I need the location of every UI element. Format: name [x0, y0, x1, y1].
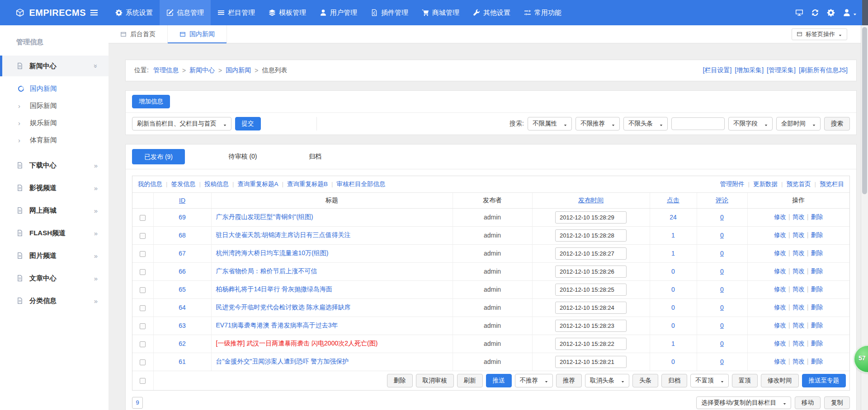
publish-time-input[interactable] — [555, 229, 627, 242]
info-title-link[interactable]: 广东丹霞山发现巨型"青铜剑"(组图) — [216, 213, 313, 220]
info-title-link[interactable]: 民进党今开临时党代会检讨败选 陈水扁选择缺席 — [216, 303, 351, 311]
navbar-item[interactable]: 常用功能 — [517, 0, 568, 25]
info-title-link[interactable]: 杭州湾跨海大桥日均车流量逾10万(组图) — [216, 249, 329, 256]
clicks-link[interactable]: 0 — [671, 286, 675, 293]
row-action-删除[interactable]: 删除 — [811, 232, 823, 238]
sidebar-item-国内新闻[interactable]: 国内新闻 — [0, 80, 108, 97]
publish-time-input[interactable] — [555, 302, 627, 314]
batch-button-修改时间[interactable]: 修改时间 — [761, 374, 799, 387]
batch-button-推荐[interactable]: 推荐 — [556, 374, 582, 387]
row-action-简改[interactable]: 简改 — [793, 322, 805, 329]
row-action-简改[interactable]: 简改 — [793, 340, 805, 347]
row-checkbox[interactable] — [140, 341, 146, 347]
clicks-link[interactable]: 24 — [670, 214, 677, 221]
info-id-link[interactable]: 62 — [179, 340, 186, 347]
tab-国内新闻[interactable]: 国内新闻 — [168, 25, 227, 43]
sidebar-toggle-button[interactable] — [86, 0, 102, 25]
filter-select-不限属性[interactable]: 不限属性 — [528, 117, 572, 130]
user-tool-button[interactable] — [843, 9, 857, 17]
info-id-link[interactable]: 61 — [179, 358, 186, 365]
comments-link[interactable]: 0 — [720, 250, 724, 257]
comments-link[interactable]: 0 — [720, 232, 724, 239]
navbar-item[interactable]: 信息管理 — [160, 0, 211, 25]
breadcrumb-国内新闻[interactable]: 国内新闻 — [226, 66, 251, 75]
breadcrumb-管理信息[interactable]: 管理信息 — [153, 66, 179, 75]
status-tab-归档[interactable]: 归档 — [279, 153, 351, 161]
batch-button-推送至专题[interactable]: 推送至专题 — [802, 374, 846, 387]
navbar-item[interactable]: 模板管理 — [262, 0, 313, 25]
status-tab-待审核 (0)[interactable]: 待审核 (0) — [207, 153, 279, 161]
info-title-link[interactable]: EV71病毒袭粤港澳 香港发病率高于过去3年 — [216, 321, 338, 329]
sidebar-section-图片频道[interactable]: 图片频道» — [0, 245, 108, 266]
comments-link[interactable]: 0 — [720, 268, 724, 275]
move-button[interactable]: 移动 — [795, 396, 821, 409]
sort-link-发布时间[interactable]: 发布时间 — [578, 196, 604, 204]
submit-button[interactable]: 提交 — [235, 117, 261, 130]
row-action-删除[interactable]: 删除 — [811, 214, 823, 220]
row-action-删除[interactable]: 删除 — [811, 268, 823, 275]
sort-link-评论[interactable]: 评论 — [716, 196, 728, 204]
breadcrumb-新闻中心[interactable]: 新闻中心 — [189, 66, 215, 75]
info-title-link[interactable]: 广东省物价局：粮价节后上涨不可信 — [216, 267, 317, 275]
navbar-item[interactable]: 商城管理 — [415, 0, 466, 25]
batch-button-取消审核[interactable]: 取消审核 — [416, 374, 454, 387]
brand[interactable]: EMPIRECMS — [0, 7, 86, 18]
sidebar-section-FLASH频道[interactable]: FLASH频道» — [0, 223, 108, 243]
navbar-item[interactable]: 其他设置 — [466, 0, 517, 25]
batch-button-置顶[interactable]: 置顶 — [732, 374, 758, 387]
batch-select-不置顶[interactable]: 不置顶 — [690, 374, 729, 387]
gear-tool-button[interactable] — [827, 9, 835, 17]
quick-link-预览首页[interactable]: 预览首页 — [786, 181, 811, 187]
row-action-修改[interactable]: 修改 — [774, 286, 786, 293]
navbar-item[interactable]: 插件管理 — [364, 0, 415, 25]
info-title-link[interactable]: 柏杨葬礼将于14日举行 骨灰抛撒绿岛海面 — [216, 285, 332, 293]
row-action-简改[interactable]: 简改 — [793, 286, 805, 293]
row-checkbox[interactable] — [140, 215, 146, 221]
current-page-indicator[interactable]: 9 — [132, 397, 143, 409]
info-id-link[interactable]: 66 — [179, 268, 186, 275]
row-action-修改[interactable]: 修改 — [774, 268, 786, 275]
quick-link-[栏目设置][interactable]: [栏目设置] — [703, 66, 732, 75]
publish-time-input[interactable] — [555, 356, 627, 368]
tab-后台首页[interactable]: 后台首页 — [108, 25, 168, 43]
clicks-link[interactable]: 0 — [671, 358, 675, 365]
sidebar-section-网上商城[interactable]: 网上商城» — [0, 200, 108, 221]
sidebar-item-体育新闻[interactable]: ›体育新闻 — [0, 131, 108, 149]
comments-link[interactable]: 0 — [720, 286, 724, 293]
info-title-link[interactable]: 台"金援外交"丑闻涉案人遭到恐吓 警方加强保护 — [216, 358, 349, 365]
row-checkbox[interactable] — [140, 233, 146, 239]
batch-button-头条[interactable]: 头条 — [632, 374, 658, 387]
filter-select-不限头条[interactable]: 不限头条 — [623, 117, 668, 130]
clicks-link[interactable]: 1 — [671, 250, 675, 257]
navbar-item[interactable]: 栏目管理 — [211, 0, 262, 25]
quick-link-更新数据[interactable]: 更新数据 — [753, 181, 778, 187]
clicks-link[interactable]: 1 — [671, 232, 675, 239]
batch-button-归档[interactable]: 归档 — [661, 374, 687, 387]
comments-link[interactable]: 0 — [720, 358, 724, 365]
quick-link-查询重复标题A[interactable]: 查询重复标题A — [238, 181, 278, 187]
row-action-简改[interactable]: 简改 — [793, 214, 805, 220]
comments-link[interactable]: 0 — [720, 322, 724, 329]
info-id-link[interactable]: 68 — [179, 232, 186, 239]
info-title-link[interactable]: 驻日大使崔天凯:胡锦涛主席访日有三点值得关注 — [216, 231, 351, 238]
row-action-简改[interactable]: 简改 — [793, 268, 805, 275]
sort-link-ID[interactable]: ID — [179, 197, 185, 204]
filter-select-全部时间[interactable]: 全部时间 — [776, 117, 821, 130]
quick-link-审核栏目全部信息[interactable]: 审核栏目全部信息 — [337, 181, 386, 187]
tab-operations-button[interactable]: 标签页操作 — [792, 28, 847, 40]
batch-select-取消头条[interactable]: 取消头条 — [585, 374, 629, 387]
row-action-删除[interactable]: 删除 — [811, 304, 823, 311]
navbar-item[interactable]: 用户管理 — [313, 0, 364, 25]
comments-link[interactable]: 0 — [720, 214, 724, 221]
row-action-修改[interactable]: 修改 — [774, 304, 786, 311]
quick-link-查询重复标题B[interactable]: 查询重复标题B — [287, 181, 328, 187]
info-title-link[interactable]: 武汉一日两遭暴雨袭击 闪电2000次2人死亡(图) — [246, 340, 377, 347]
sidebar-item-娱乐新闻[interactable]: ›娱乐新闻 — [0, 114, 108, 131]
info-id-link[interactable]: 67 — [179, 250, 186, 257]
filter-select-不限字段[interactable]: 不限字段 — [728, 117, 773, 130]
publish-time-input[interactable] — [555, 284, 627, 296]
quick-link-[管理采集][interactable]: [管理采集] — [767, 66, 796, 75]
publish-time-input[interactable] — [555, 266, 627, 278]
comments-link[interactable]: 0 — [720, 304, 724, 311]
quick-link-签发信息[interactable]: 签发信息 — [171, 181, 196, 187]
